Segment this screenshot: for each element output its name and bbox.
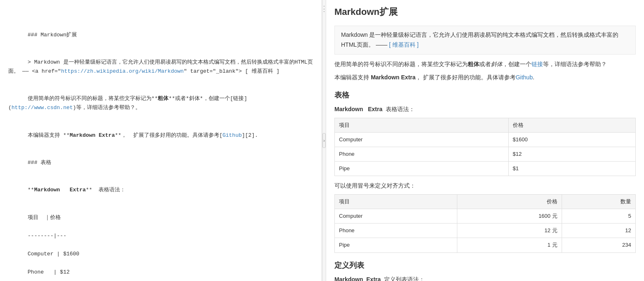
- editor-link-wikipedia: https://zh.wikipedia.org/wiki/Markdown: [61, 68, 183, 74]
- table2-row1-qty: 5: [562, 209, 635, 224]
- table2-row3-qty: 234: [562, 238, 635, 252]
- table2-row2-qty: 12: [562, 224, 635, 238]
- para1-link[interactable]: 链接: [531, 61, 543, 67]
- table-label-bold: Markdown Extra: [334, 106, 382, 112]
- para2: 本编辑器支持 Markdown Extra， 扩展了很多好用的功能。具体请参考G…: [334, 73, 636, 83]
- table1-row1-item: Computer: [335, 133, 509, 147]
- para1-before: 使用简单的符号标识不同的标题，将某些文字标记为: [334, 61, 468, 67]
- table-heading: 表格: [334, 89, 636, 102]
- para2-before: 本编辑器支持: [334, 74, 371, 81]
- main-container: ### Markdown扩展 > Markdown 是一种轻量级标记语言，它允许…: [0, 0, 644, 281]
- editor-bold1: 粗体: [158, 95, 168, 102]
- table1: 项目 价格 Computer $1600 Phone $12 Pipe $1: [334, 118, 636, 176]
- table1-header-item: 项目: [335, 118, 509, 132]
- heading-markdown: ### Markdown扩展: [28, 32, 77, 38]
- editor-heading-table: ### 表格: [28, 160, 51, 166]
- editor-bold2: Markdown Extra: [70, 132, 115, 138]
- para2-link[interactable]: Github: [516, 74, 533, 81]
- editor-link-csdn: http://www.csdn.net: [12, 105, 73, 111]
- preview-panel[interactable]: Markdown扩展 Markdown 是一种轻量级标记语言，它允许人们使用易读…: [326, 0, 644, 281]
- table1-row3-price: $1: [508, 162, 635, 176]
- table1-row3-item: Pipe: [335, 162, 509, 176]
- deflist-label-bold: Markdown Extra: [334, 276, 381, 281]
- intro-link[interactable]: [ 维基百科 ]: [389, 41, 419, 48]
- editor-panel[interactable]: ### Markdown扩展 > Markdown 是一种轻量级标记语言，它允许…: [0, 0, 322, 281]
- table2-row1-item: Computer: [335, 209, 457, 224]
- table2: 项目 价格 数量 Computer 1600 元 5 Phone 12 元 12…: [334, 194, 636, 252]
- para1-bold1: 粗体: [468, 61, 479, 67]
- table2-header-qty: 数量: [562, 195, 635, 209]
- intro-text: Markdown 是一种轻量级标记语言，它允许人们使用易读易写的纯文本格式编写文…: [341, 31, 618, 48]
- table2-row1-price: 1600 元: [457, 209, 562, 224]
- para2-end: .: [533, 74, 534, 81]
- para2-bold: Markdown Extra: [371, 74, 416, 81]
- table2-row3-price: 1 元: [457, 238, 562, 252]
- table2-header-item: 项目: [335, 195, 457, 209]
- table1-row1-price: $1600: [508, 133, 635, 147]
- table1-header-price: 价格: [508, 118, 635, 132]
- table1-row2-price: $12: [508, 147, 635, 162]
- table-colons-label: 可以使用冒号来定义对齐方式：: [334, 181, 636, 191]
- table-label: Markdown Extra 表格语法：: [334, 105, 636, 114]
- para1-mid: 或者: [479, 61, 491, 67]
- para2-mid: ， 扩展了很多好用的功能。具体请参考: [416, 74, 516, 81]
- table-row: Computer $1600: [335, 133, 636, 147]
- table2-row2-price: 12 元: [457, 224, 562, 238]
- table-row: Phone $12: [335, 147, 636, 162]
- para1: 使用简单的符号标识不同的标题，将某些文字标记为粗体或者斜体，创建一个链接等，详细…: [334, 60, 636, 69]
- table2-row3-item: Pipe: [335, 238, 457, 252]
- para1-end: 等，详细语法参考帮助？: [543, 61, 607, 67]
- table2-header-price: 价格: [457, 195, 562, 209]
- collapse-button[interactable]: ›: [322, 133, 326, 148]
- chevron-right-icon: ›: [323, 138, 325, 143]
- table1-row2-item: Phone: [335, 147, 509, 162]
- drag-handle: ⋮: [320, 4, 328, 13]
- deflist-label: Markdown Extra 定义列表语法：: [334, 275, 636, 281]
- table2-row2-item: Phone: [335, 224, 457, 238]
- preview-title: Markdown扩展: [334, 4, 636, 21]
- editor-content: ### Markdown扩展 > Markdown 是一种轻量级标记语言，它允许…: [8, 21, 313, 281]
- para1-italic: 斜体: [491, 61, 502, 67]
- editor-link-github: Github: [222, 132, 242, 138]
- intro-block: Markdown 是一种轻量级标记语言，它允许人们使用易读易写的纯文本格式编写文…: [334, 26, 636, 55]
- table-row: Computer 1600 元 5: [335, 209, 636, 224]
- deflist-heading: 定义列表: [334, 259, 636, 272]
- para1-after: ，创建一个: [502, 61, 531, 67]
- table-row: Pipe 1 元 234: [335, 238, 636, 252]
- table-row: Pipe $1: [335, 162, 636, 176]
- panel-separator[interactable]: ⋮ ›: [322, 0, 326, 281]
- editor-bold-table: Markdown Extra: [34, 187, 86, 193]
- table-row: Phone 12 元 12: [335, 224, 636, 238]
